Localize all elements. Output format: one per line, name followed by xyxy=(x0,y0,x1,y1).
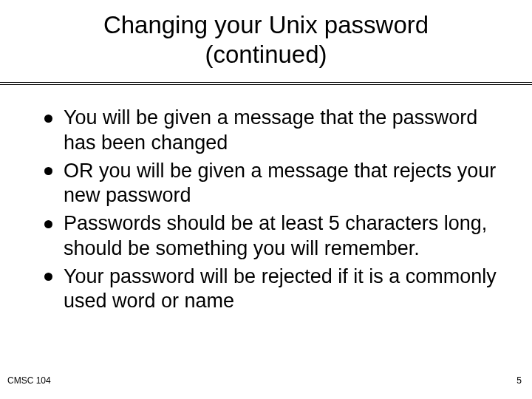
list-item: Passwords should be at least 5 character… xyxy=(44,211,511,262)
list-item-text: OR you will be given a message that reje… xyxy=(64,160,496,207)
bullet-icon xyxy=(44,167,52,175)
divider xyxy=(0,82,532,85)
slide: Changing your Unix password (continued) … xyxy=(0,0,532,399)
bullet-icon xyxy=(44,273,52,281)
bullet-icon xyxy=(44,220,52,228)
title-line-1: Changing your Unix password xyxy=(103,11,429,38)
list-item-text: You will be given a message that the pas… xyxy=(64,106,477,154)
list-item-text: Passwords should be at least 5 character… xyxy=(64,212,487,259)
body-bullets: You will be given a message that the pas… xyxy=(0,91,532,314)
list-item: OR you will be given a message that reje… xyxy=(44,159,511,209)
list-item: You will be given a message that the pas… xyxy=(44,106,511,156)
page-number: 5 xyxy=(516,375,522,386)
list-item: Your password will be rejected if it is … xyxy=(44,265,511,315)
title-line-2: (continued) xyxy=(205,41,327,68)
list-item-text: Your password will be rejected if it is … xyxy=(64,265,497,313)
footer-course-label: CMSC 104 xyxy=(7,375,51,386)
slide-title: Changing your Unix password (continued) xyxy=(0,0,532,69)
bullet-icon xyxy=(44,115,52,123)
